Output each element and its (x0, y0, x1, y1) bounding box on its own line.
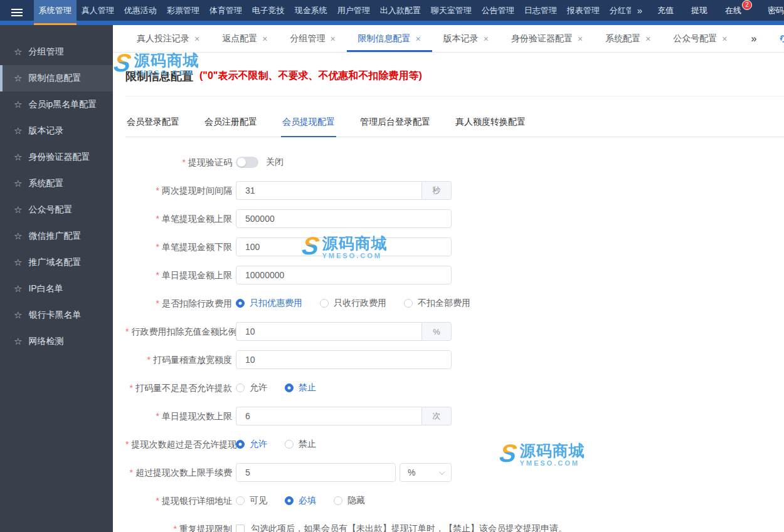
menu-hamburger-icon[interactable] (0, 0, 34, 25)
tab-live-bet-records[interactable]: 真人投注记录× (125, 25, 211, 52)
daily-withdraw-count-max-input[interactable] (236, 407, 421, 425)
tab-member-register-config[interactable]: 会员注册配置 (203, 117, 258, 137)
sidebar-item-label: 身份验证器配置 (28, 152, 90, 163)
repeat-withdraw-limit-checkbox[interactable] (236, 524, 245, 532)
sidebar-item-label: 会员ip黑名单配置 (28, 99, 97, 110)
single-withdraw-min-input[interactable] (236, 237, 452, 256)
close-icon[interactable]: × (484, 34, 489, 44)
label-text: 重复提现限制 (179, 524, 232, 532)
topnav-online[interactable]: 在线2 (716, 0, 750, 25)
tab-live-credit-transfer-config[interactable]: 真人额度转换配置 (454, 117, 527, 137)
close-icon[interactable]: × (722, 34, 727, 44)
over-count-policy-option-0[interactable]: 允许 (236, 439, 267, 450)
daily-withdraw-max-input[interactable] (236, 266, 452, 284)
sidebar-item-network-check[interactable]: ☆网络检测 (0, 328, 113, 355)
content-area: 限制信息配置 ("0"表示不限制、不要求、不优惠和不扣除费用等) 会员登录配置会… (113, 53, 784, 532)
withdraw-interval-input[interactable] (236, 181, 421, 200)
tab-version-records[interactable]: 版本记录× (432, 25, 500, 52)
nav-item-announcement-management[interactable]: 公告管理 (477, 0, 519, 25)
required-mark: * (183, 157, 186, 167)
repeat-withdraw-limit-note: 勾选此项后，如果会员有【未出款】提现订单时，【禁止】该会员提交提现申请。 (251, 523, 567, 532)
turnover-insufficient-policy-option-1[interactable]: 禁止 (285, 382, 316, 394)
form-row-turnover-tolerance: *打码量稽查放宽额度 (125, 350, 784, 378)
admin-fee-percent-control: % (236, 322, 452, 341)
sidebar-item-ip-whitelist[interactable]: ☆IP白名单 (0, 276, 113, 302)
nav-item-sports-management[interactable]: 体育管理 (204, 0, 247, 25)
sidebar-item-authenticator-config[interactable]: ☆身份验证器配置 (0, 144, 113, 170)
sidebar-item-group-management[interactable]: ☆分组管理 (0, 39, 113, 65)
sidebar-item-member-ip-blacklist-config[interactable]: ☆会员ip黑名单配置 (0, 91, 113, 118)
label-text: 提现次数超过是否允许提现 (131, 439, 236, 449)
tab-admin-login-config[interactable]: 管理后台登录配置 (359, 117, 432, 137)
close-icon[interactable]: × (645, 34, 650, 44)
radio-icon (236, 440, 245, 449)
sidebar-item-wechat-promo-config[interactable]: ☆微信推广配置 (0, 223, 113, 249)
admin-fee-mode-label: *是否扣除行政费用 (125, 294, 232, 313)
close-icon[interactable]: × (262, 34, 267, 44)
tab-system-config[interactable]: 系统配置× (594, 25, 662, 52)
close-icon[interactable]: × (330, 34, 335, 44)
sidebar-item-official-account-config[interactable]: ☆公众号配置 (0, 197, 113, 223)
admin-fee-mode-option-2[interactable]: 不扣全部费用 (404, 298, 470, 309)
radio-icon (334, 496, 342, 505)
nav-item-cash-system[interactable]: 现金系统 (290, 0, 332, 25)
close-icon[interactable]: × (578, 34, 583, 44)
nav-item-report-management[interactable]: 报表管理 (562, 0, 605, 25)
nav-item-promo-activity[interactable]: 优惠活动 (119, 0, 162, 25)
bank-address-visibility-option-2[interactable]: 隐藏 (334, 495, 365, 506)
tab-member-login-config[interactable]: 会员登录配置 (125, 117, 181, 137)
nav-item-chatroom-management[interactable]: 聊天室管理 (426, 0, 477, 25)
single-withdraw-max-input[interactable] (236, 209, 452, 228)
form-row-admin-fee-percent: *行政费用扣除充值金额比例% (125, 322, 784, 350)
nav-item-user-management[interactable]: 用户管理 (332, 0, 375, 25)
refresh-button[interactable]: 刷新 (769, 25, 784, 52)
tab-restriction-info-config[interactable]: 限制信息配置× (347, 25, 432, 52)
topnav-password[interactable]: 密码 (759, 0, 784, 25)
daily-withdraw-count-max-unit-addon: 次 (421, 407, 452, 425)
bank-address-visibility-option-1[interactable]: 必填 (285, 495, 316, 506)
turnover-tolerance-input[interactable] (236, 350, 452, 369)
config-tabs: 会员登录配置会员注册配置会员提现配置管理后台登录配置真人额度转换配置 (125, 96, 784, 137)
over-count-fee-input[interactable] (236, 463, 396, 482)
sidebar-item-system-config[interactable]: ☆系统配置 (0, 170, 113, 197)
bank-address-visibility-option-0[interactable]: 可见 (236, 495, 267, 506)
sidebar-item-version-records[interactable]: ☆版本记录 (0, 118, 113, 144)
nav-item-live-management[interactable]: 真人管理 (77, 0, 119, 25)
nav-item-system-management[interactable]: 系统管理 (34, 0, 77, 25)
tab-group-management[interactable]: 分组管理× (278, 25, 346, 52)
over-count-policy-option-1[interactable]: 禁止 (285, 439, 316, 450)
tab-official-account-config[interactable]: 公众号配置× (662, 25, 738, 52)
label-text: 单日提现金额上限 (162, 270, 232, 280)
nav-item-log-management[interactable]: 日志管理 (519, 0, 562, 25)
topnav-withdraw[interactable]: 提现 (682, 0, 716, 25)
turnover-insufficient-policy-option-0[interactable]: 允许 (236, 382, 267, 394)
tab-authenticator-config[interactable]: 身份验证器配置× (500, 25, 594, 52)
tab-rebate-config[interactable]: 返点配置× (211, 25, 278, 52)
admin-fee-percent-input[interactable] (236, 322, 421, 341)
nav-overflow-icon[interactable]: » (631, 0, 649, 25)
sidebar-item-promo-domain-config[interactable]: ☆推广域名配置 (0, 249, 113, 276)
nav-item-lottery-management[interactable]: 彩票管理 (162, 0, 204, 25)
close-icon[interactable]: × (194, 34, 199, 44)
required-mark: * (156, 270, 159, 280)
sidebar-item-restriction-info-config[interactable]: ☆限制信息配置 (0, 65, 113, 91)
tabs-overflow-icon[interactable]: » (739, 25, 770, 52)
admin-fee-mode-control: 只扣优惠费用只收行政费用不扣全部费用 (236, 294, 488, 313)
withdraw-captcha-switch[interactable] (236, 157, 258, 168)
close-icon[interactable]: × (416, 34, 421, 44)
page-title: 限制信息配置 (125, 69, 193, 84)
star-icon: ☆ (14, 204, 22, 216)
nav-item-esports[interactable]: 电子竞技 (247, 0, 290, 25)
admin-fee-mode-option-1[interactable]: 只收行政费用 (320, 298, 386, 309)
topnav-deposit[interactable]: 充值 (649, 0, 682, 25)
top-menu: 系统管理真人管理优惠活动彩票管理体育管理电子竞技现金系统用户管理出入款配置聊天室… (34, 0, 649, 25)
nav-item-deposit-withdraw-config[interactable]: 出入款配置 (375, 0, 426, 25)
over-count-fee-unit-select[interactable]: % (400, 463, 452, 482)
turnover-insufficient-policy-label: *打码量不足是否允许提款 (125, 378, 232, 397)
admin-fee-mode-option-0[interactable]: 只扣优惠费用 (236, 298, 302, 309)
label-text: 超过提现次数上限手续费 (135, 467, 232, 477)
tab-member-withdraw-config[interactable]: 会员提现配置 (281, 117, 336, 137)
over-count-policy-label: *提现次数超过是否允许提现 (125, 435, 232, 454)
sidebar-item-bank-card-blacklist[interactable]: ☆银行卡黑名单 (0, 302, 113, 328)
nav-item-dividend-management[interactable]: 分红管理 (605, 0, 631, 25)
